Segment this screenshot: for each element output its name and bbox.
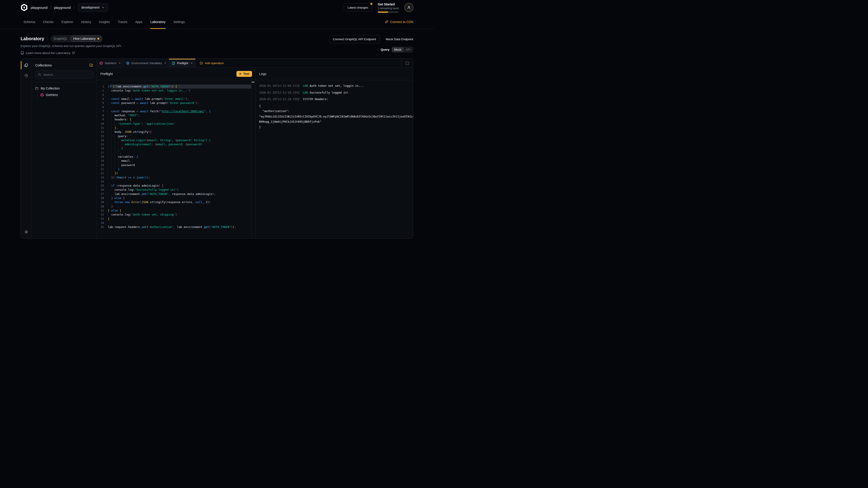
folder-plus-icon (89, 63, 93, 67)
nav-item-history[interactable]: History (81, 15, 91, 29)
get-started-progressbar (378, 11, 399, 13)
collections-search[interactable] (35, 70, 93, 78)
add-operation-button[interactable]: Add operation (195, 59, 228, 67)
nav-item-laboratory[interactable]: Laboratory (150, 15, 166, 29)
nav-item-checks[interactable]: Checks (43, 15, 54, 29)
collection-folder-row[interactable]: My Collection (35, 85, 93, 92)
connect-to-cdn-label: Connect to CDN (390, 20, 413, 24)
get-started-progress-fill (378, 11, 388, 13)
toggle-graphiql[interactable]: GraphiQL (51, 37, 70, 40)
line-number: 35 (97, 225, 108, 229)
code-line: 25 if (response.data.adminLogin) { (97, 184, 251, 188)
tab-environment-variables[interactable]: Environment Variables × (123, 59, 169, 67)
person-icon (407, 5, 411, 9)
code-line: 4 const email = await lab.prompt('Enter … (97, 97, 251, 101)
fullscreen-icon (405, 61, 409, 65)
segment-mock[interactable]: Mock (392, 47, 403, 52)
add-operation-label: Add operation (205, 61, 224, 65)
code-line: 19 email, (97, 159, 251, 163)
get-started-widget[interactable]: Get Started 3 remaining tasks (378, 2, 399, 13)
code-line: 27 lab.environment.set("AUTH_TOKEN", res… (97, 192, 251, 196)
collections-panel: Collections My Collection (32, 59, 97, 238)
code-line: 21 } (97, 167, 251, 171)
code-line: 30 } (97, 204, 251, 208)
latest-changes-button[interactable]: Latest changes (344, 3, 372, 11)
log-line: "eyJhbGciOiJIUzI1NiIsInR5cCI6IkpXVCJ9.ey… (259, 114, 413, 119)
logs-panel-title: Logs (259, 72, 267, 76)
external-link-icon (72, 52, 75, 54)
tab-label: Environment Variables (131, 61, 162, 65)
folder-open-icon (35, 87, 39, 90)
query-mode-label: Query (381, 48, 390, 51)
segment-api[interactable]: API (403, 47, 413, 52)
code-line: 18 variables: { (97, 155, 251, 159)
code-line: 22 }) (97, 171, 251, 175)
history-icon (24, 74, 28, 78)
line-number: 4 (97, 97, 108, 101)
graphql-icon (99, 61, 103, 65)
line-number: 7 (97, 109, 108, 113)
line-number: 12 (97, 130, 108, 134)
breadcrumb-project[interactable]: playground (54, 6, 70, 9)
laboratory-workbench: ⚙ Collections My Collection (21, 59, 413, 238)
nav-item-apps[interactable]: Apps (135, 15, 143, 29)
code-line: 15 adminLogin(email: $email, password: $… (97, 142, 251, 147)
line-number: 1 (97, 85, 108, 89)
logs-output[interactable]: 2026-01-26T12:12:09.271Z LOG Auth token … (255, 80, 413, 238)
line-number: 21 (97, 167, 108, 171)
line-number: 31 (97, 208, 108, 213)
line-number: 10 (97, 122, 108, 126)
line-number: 30 (97, 204, 108, 208)
line-number: 32 (97, 213, 108, 217)
nav-item-schema[interactable]: Schema (23, 15, 35, 29)
nav-item-insights[interactable]: Insights (99, 15, 110, 29)
close-icon[interactable]: × (164, 61, 166, 65)
line-number: 9 (97, 118, 108, 122)
add-collection-button[interactable] (89, 63, 93, 67)
tab-gethero[interactable]: GetHero × (97, 59, 123, 67)
settings-gear-button[interactable]: ⚙ (21, 228, 32, 236)
code-editor[interactable]: 1if (!lab.environment.get("AUTH_TOKEN"))… (97, 80, 255, 238)
test-button[interactable]: Test (237, 71, 252, 77)
collections-rail-button[interactable] (21, 60, 32, 70)
history-rail-button[interactable] (21, 70, 32, 81)
line-number: 34 (97, 221, 108, 225)
nav-item-traces[interactable]: Traces (118, 15, 127, 29)
search-icon (38, 73, 41, 76)
target-selector[interactable]: development (78, 3, 108, 12)
logs-panel: Logs 2026-01-26T12:12:09.271Z LOG Auth t… (255, 68, 413, 238)
toggle-hive-laboratory[interactable]: Hive Laboratory (70, 35, 102, 42)
breadcrumb-separator: / (73, 6, 74, 9)
close-icon[interactable]: × (191, 61, 193, 65)
hive-logo-icon[interactable] (21, 4, 28, 11)
line-number: 20 (97, 163, 108, 167)
mock-data-endpoint-button[interactable]: Mock Data Endpoint (385, 37, 413, 41)
user-avatar[interactable] (404, 3, 413, 12)
connect-graphql-endpoint-button[interactable]: Connect GraphQL API Endpoint (329, 35, 380, 43)
line-number: 26 (97, 188, 108, 192)
operation-row-gethero[interactable]: GetHero (40, 92, 93, 98)
editor-collapse-handle[interactable] (252, 82, 254, 83)
log-line: } (259, 125, 413, 130)
code-line: 33} (97, 217, 251, 221)
tab-preflight[interactable]: Preflight × (169, 59, 195, 67)
line-number: 29 (97, 200, 108, 204)
code-line: 16 } (97, 147, 251, 151)
search-input[interactable] (43, 73, 90, 76)
breadcrumb-org[interactable]: playground (31, 6, 48, 9)
nav-item-explorer[interactable]: Explorer (61, 15, 73, 29)
code-line: 31} else { (97, 208, 251, 213)
line-number: 15 (97, 142, 108, 147)
fullscreen-button[interactable] (401, 59, 413, 67)
laboratory-section: Laboratory GraphiQL Hive Laboratory Expl… (0, 29, 434, 59)
log-line: "authorization": (259, 108, 413, 114)
code-line: 2 console.log('Auth token not set, loggi… (97, 89, 251, 93)
nav-item-settings[interactable]: Settings (173, 15, 185, 29)
line-number: 33 (97, 217, 108, 221)
code-line: 9 headers: { (97, 118, 251, 122)
line-number: 3 (97, 93, 108, 97)
connect-to-cdn-link[interactable]: Connect to CDN (385, 15, 413, 29)
log-line: 2026-01-26T12:12:18.333Z SYSTEM Headers: (259, 96, 413, 102)
line-number: 19 (97, 159, 108, 163)
close-icon[interactable]: × (119, 61, 121, 65)
